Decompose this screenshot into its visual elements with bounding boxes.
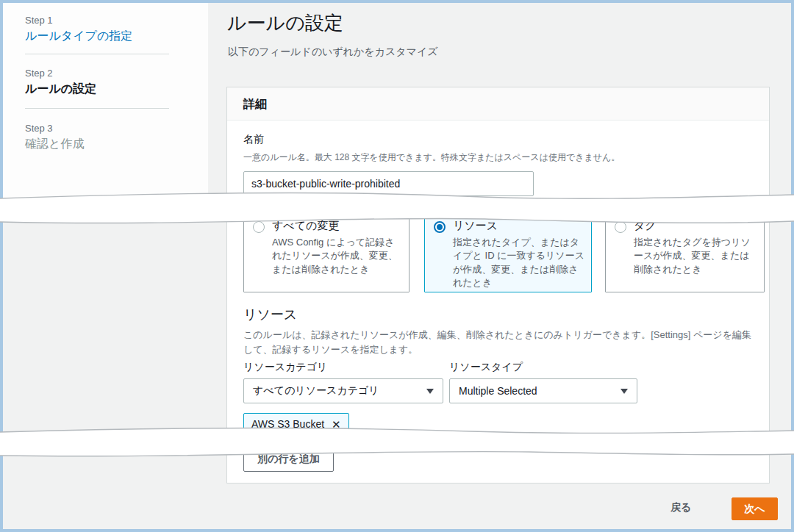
step2-label: Step 2	[25, 68, 53, 79]
resource-category-label: リソースカテゴリ	[243, 361, 327, 374]
radio-unchecked-icon[interactable]	[615, 221, 626, 233]
resource-type-label: リソースタイプ	[449, 361, 523, 374]
trigger-card-description: 指定されたタグを持つリソースが作成、変更、または削除されたとき	[634, 236, 759, 276]
step3-title-future: 確認と作成	[25, 137, 84, 152]
step1-label: Step 1	[25, 15, 53, 26]
trigger-card-title: リソース	[453, 219, 498, 233]
rule-name-help: 一意のルール名。最大 128 文字を使用できます。特殊文字またはスペースは使用で…	[243, 151, 620, 164]
radio-checked-icon[interactable]	[434, 221, 446, 233]
trigger-card-title: タグ	[634, 219, 657, 233]
resource-type-select[interactable]: Multiple Selected	[449, 378, 637, 403]
details-panel: 詳細 名前 一意のルール名。最大 128 文字を使用できます。特殊文字またはスペ…	[226, 87, 770, 484]
page-title: ルールの設定	[227, 10, 343, 36]
resource-category-select[interactable]: すべてのリソースカテゴリ	[243, 378, 443, 403]
trigger-card-description: 指定されたタイプ、またはタイプと ID に一致するリソースが作成、変更、または削…	[453, 236, 585, 290]
chevron-down-icon	[426, 389, 434, 394]
page-subtitle: 以下のフィールドのいずれかをカスタマイズ	[228, 46, 438, 59]
trigger-card-all-changes[interactable]: すべての変更 AWS Config によって記録されたリソースが作成、変更、また…	[243, 212, 409, 292]
step3-label: Step 3	[25, 123, 53, 134]
trigger-card-title: すべての変更	[272, 219, 339, 233]
chevron-down-icon	[620, 389, 628, 394]
selected-resource-chip-label: AWS S3 Bucket	[251, 418, 324, 430]
resources-section-description: このルールは、記録されたリソースが作成、編集、削除されたときにのみトリガーできま…	[243, 328, 759, 357]
next-button[interactable]: 次へ	[732, 497, 778, 520]
step-divider	[25, 108, 169, 109]
aws-config-rule-wizard-screen: Step 1 ルールタイプの指定 Step 2 ルールの設定 Step 3 確認…	[0, 0, 794, 532]
resource-category-value: すべてのリソースカテゴリ	[253, 384, 421, 398]
back-button[interactable]: 戻る	[670, 501, 691, 514]
step2-title-current: ルールの設定	[25, 82, 96, 97]
add-row-button[interactable]: 別の行を追加	[243, 447, 334, 472]
trigger-card-description: AWS Config によって記録されたリソースが作成、変更、または削除されたと…	[272, 236, 403, 276]
rule-name-input[interactable]	[243, 171, 534, 196]
steps-sidebar: Step 1 ルールタイプの指定 Step 2 ルールの設定 Step 3 確認…	[3, 3, 208, 207]
rule-name-label: 名前	[243, 133, 264, 146]
resource-type-value: Multiple Selected	[459, 385, 615, 397]
selected-resource-chip: AWS S3 Bucket ✕	[243, 413, 349, 435]
resources-section-title: リソース	[243, 306, 297, 323]
close-icon[interactable]: ✕	[332, 419, 341, 430]
trigger-card-tags[interactable]: タグ 指定されたタグを持つリソースが作成、変更、または削除されたとき	[605, 212, 765, 292]
step1-link[interactable]: ルールタイプの指定	[25, 29, 132, 44]
trigger-card-resources[interactable]: リソース 指定されたタイプ、またはタイプと ID に一致するリソースが作成、変更…	[424, 212, 592, 292]
step-divider	[25, 54, 169, 54]
details-panel-title: 詳細	[243, 97, 267, 112]
details-panel-header: 詳細	[227, 87, 769, 121]
radio-unchecked-icon[interactable]	[253, 221, 265, 233]
